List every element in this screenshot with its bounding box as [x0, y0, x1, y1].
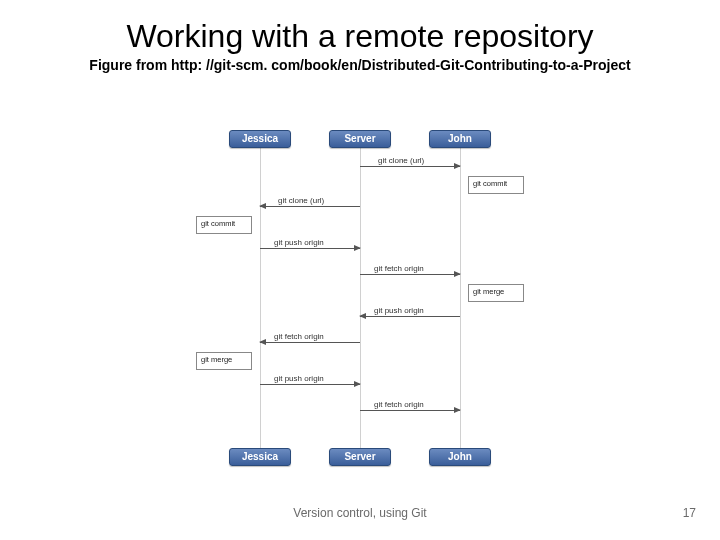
footer-text: Version control, using Git [0, 506, 720, 520]
arrow-push-john: git push origin [360, 316, 460, 317]
actor-server-bottom: Server [329, 448, 391, 466]
label-clone-jessica: git clone (url) [278, 196, 324, 205]
label-fetch-jessica: git fetch origin [274, 332, 324, 341]
sequence-diagram: Jessica Server John Jessica Server John … [200, 130, 520, 470]
figure-source: Figure from http: //git-scm. com/book/en… [0, 57, 720, 73]
lifeline-jessica [260, 148, 261, 452]
actor-jessica-bottom: Jessica [229, 448, 291, 466]
page-number: 17 [683, 506, 696, 520]
arrow-push-jessica-1: git push origin [260, 248, 360, 249]
actor-server-top: Server [329, 130, 391, 148]
actor-john-top: John [429, 130, 491, 148]
arrow-clone-john: git clone (url) [360, 166, 460, 167]
arrow-fetch-jessica: git fetch origin [260, 342, 360, 343]
label-push-jessica-1: git push origin [274, 238, 324, 247]
actor-jessica-top: Jessica [229, 130, 291, 148]
arrow-fetch-john-2: git fetch origin [360, 410, 460, 411]
label-push-john: git push origin [374, 306, 424, 315]
note-merge-john: git merge [468, 284, 524, 302]
note-merge-jessica: git merge [196, 352, 252, 370]
arrow-fetch-john-1: git fetch origin [360, 274, 460, 275]
label-fetch-john-2: git fetch origin [374, 400, 424, 409]
arrow-clone-jessica: git clone (url) [260, 206, 360, 207]
note-commit-jessica: git commit [196, 216, 252, 234]
slide: Working with a remote repository Figure … [0, 0, 720, 540]
page-title: Working with a remote repository [0, 0, 720, 55]
lifeline-server [360, 148, 361, 452]
note-commit-john: git commit [468, 176, 524, 194]
arrow-push-jessica-2: git push origin [260, 384, 360, 385]
label-push-jessica-2: git push origin [274, 374, 324, 383]
label-fetch-john-1: git fetch origin [374, 264, 424, 273]
label-clone-john: git clone (url) [378, 156, 424, 165]
actor-john-bottom: John [429, 448, 491, 466]
